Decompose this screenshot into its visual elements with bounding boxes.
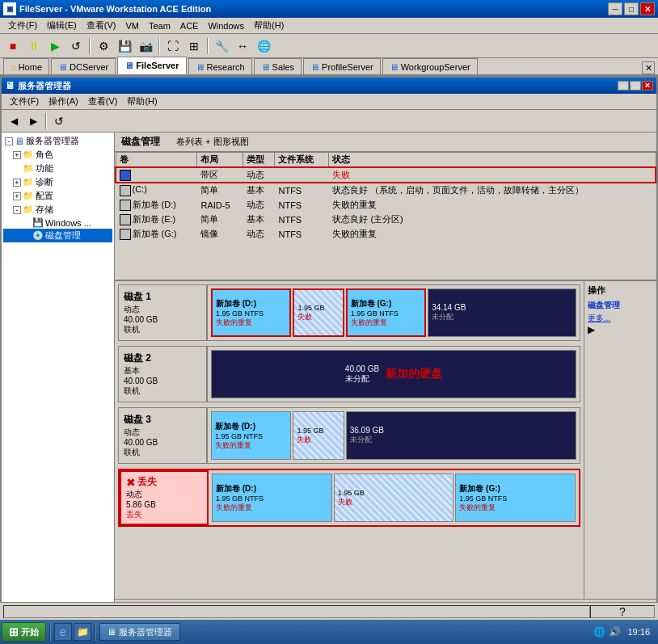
- menu-windows[interactable]: Windows: [203, 19, 249, 32]
- disk3-part-stripe[interactable]: 1.95 GB 失败: [293, 411, 344, 460]
- taskbar-servermanager[interactable]: 🖥 服务器管理器: [99, 623, 180, 641]
- start-button[interactable]: ⊞ 开始: [2, 622, 46, 642]
- vol-row-0[interactable]: 带区 动态 失败: [116, 167, 656, 183]
- vol-row-4[interactable]: 新加卷 (G:) 镜像 动态 NTFS 失败的重复: [116, 227, 656, 242]
- col-fs: 文件系统: [275, 153, 329, 168]
- expand-roles[interactable]: +: [13, 151, 21, 159]
- vol-row-3[interactable]: 新加卷 (E:) 简单 基本 NTFS 状态良好 (主分区): [116, 213, 656, 227]
- expand-diagnostics[interactable]: +: [13, 179, 21, 187]
- disk-1-partitions: 新加卷 (D:) 1.95 GB NTFS 失败的重复 1.95 GB 失败: [208, 285, 580, 340]
- vol-row-1[interactable]: (C:) 简单 基本 NTFS 状态良好 （系统，启动，页面文件，活动，故障转储…: [116, 183, 656, 198]
- sm-minimize[interactable]: ─: [618, 81, 629, 90]
- taskbar-clock: 19:16: [624, 627, 653, 637]
- missing-part-d[interactable]: 新加卷 (D:) 1.95 GB NTFS 失败的重复: [212, 474, 332, 522]
- col-status: 状态: [329, 153, 656, 168]
- tree-features-label: 功能: [36, 162, 53, 175]
- missing-part-g[interactable]: 新加卷 (G:) 1.95 GB NTFS 失败的重复: [455, 474, 576, 522]
- close-button[interactable]: ✕: [640, 2, 655, 15]
- sm-close[interactable]: ✕: [642, 81, 653, 90]
- tab-research[interactable]: 🖥 Research: [188, 58, 252, 74]
- disk3-part-d-status: 失败的重复: [215, 440, 287, 451]
- tree-servermanager[interactable]: - 🖥 服务器管理器: [3, 134, 112, 148]
- disk1-part-g-fs: 1.95 GB NTFS: [351, 309, 421, 318]
- stop-button[interactable]: ■: [3, 36, 23, 56]
- sm-menu-action[interactable]: 操作(A): [44, 94, 83, 109]
- tab-fileserver[interactable]: 🖥 FileServer: [117, 57, 186, 74]
- expand-servermanager[interactable]: -: [5, 137, 13, 145]
- tree-storage-label: 存储: [36, 204, 53, 216]
- tab-workgroupserver[interactable]: 🖥 WorkgroupServer: [382, 58, 478, 74]
- sm-menu-file[interactable]: 文件(F): [5, 94, 44, 109]
- volume-list: 卷 布局 类型 文件系统 状态 带区 动态 失败: [115, 152, 656, 281]
- disk1-part-unalloc[interactable]: 34.14 GB 未分配: [428, 288, 576, 337]
- tree-windows-storage[interactable]: 💾 Windows ...: [3, 217, 112, 229]
- minimize-button[interactable]: ─: [608, 2, 622, 15]
- disk2-part-unalloc[interactable]: 40.00 GB未分配 新加的硬盘: [211, 350, 576, 398]
- disk-2-title: 磁盘 2: [124, 351, 201, 365]
- tabs-close-button[interactable]: ✕: [642, 61, 655, 74]
- tree-disk-mgmt[interactable]: 💿 磁盘管理: [3, 229, 112, 242]
- menu-edit[interactable]: 编辑(E): [42, 18, 82, 33]
- tree-features[interactable]: 📁 功能: [3, 162, 112, 175]
- suspend-button[interactable]: 💾: [115, 36, 134, 56]
- play-button[interactable]: ▶: [45, 36, 65, 56]
- missing-part-d-status: 失败的重复: [216, 503, 328, 513]
- reset-button[interactable]: ↺: [66, 36, 86, 56]
- tab-dcserver[interactable]: 🖥 DCServer: [51, 58, 116, 74]
- vol-name-3: 新加卷 (E:): [133, 214, 176, 224]
- sm-refresh-button[interactable]: ↺: [50, 112, 68, 130]
- taskbar-task-label: 服务器管理器: [119, 626, 172, 638]
- tab-fileserver-label: FileServer: [136, 61, 179, 70]
- unity-button[interactable]: ⊞: [184, 36, 204, 56]
- tree-roles[interactable]: + 📁 角色: [3, 148, 112, 162]
- tab-sales[interactable]: 🖥 Sales: [254, 58, 302, 74]
- disk1-part-g[interactable]: 新加卷 (G:) 1.95 GB NTFS 失败的重复: [346, 288, 426, 337]
- menu-file[interactable]: 文件(F): [3, 18, 42, 33]
- snapshot-button[interactable]: 📷: [136, 36, 155, 56]
- menu-ace[interactable]: ACE: [175, 19, 204, 32]
- tab-dcserver-label: DCServer: [70, 62, 108, 72]
- ops-more-link[interactable]: 更多...: [588, 313, 653, 324]
- ops-subtitle: 磁盘管理: [588, 300, 653, 311]
- expand-storage[interactable]: -: [13, 206, 21, 214]
- disk-graphical-area[interactable]: 磁盘 1 动态 40.00 GB 联机 新加卷 (D:) 1.95 GB NTF…: [115, 281, 584, 599]
- disk1-part-d[interactable]: 新加卷 (D:) 1.95 GB NTFS 失败的重复: [211, 288, 291, 337]
- server-manager-window: 🖥 服务器管理器 ─ □ ✕ 文件(F) 操作(A) 查看(V) 帮助(H) ◀…: [0, 76, 658, 620]
- sm-menu-help[interactable]: 帮助(H): [122, 94, 162, 109]
- menu-team[interactable]: Team: [144, 19, 175, 32]
- sm-restore[interactable]: □: [630, 81, 641, 90]
- network-button[interactable]: 🌐: [254, 36, 273, 56]
- menu-vm[interactable]: VM: [120, 19, 144, 32]
- main-toolbar: ■ ⏸ ▶ ↺ ⚙ 💾 📷 ⛶ ⊞ 🔧 ↔ 🌐: [0, 34, 658, 58]
- pause-button[interactable]: ⏸: [24, 36, 44, 56]
- vol-row-2[interactable]: 新加卷 (D:) RAID-5 动态 NTFS 失败的重复: [116, 198, 656, 213]
- expand-config[interactable]: +: [13, 192, 21, 200]
- disk-3-row: 磁盘 3 动态 40.00 GB 联机 新加卷 (D:) 1.95 GB NTF…: [118, 407, 580, 464]
- disk3-part-d[interactable]: 新加卷 (D:) 1.95 GB NTFS 失败的重复: [211, 411, 291, 460]
- vol-status-0: 失败: [329, 167, 656, 183]
- sm-forward-button[interactable]: ▶: [24, 112, 42, 130]
- sm-menu-view[interactable]: 查看(V): [83, 94, 123, 109]
- disk1-part-g-status: 失败的重复: [351, 318, 421, 328]
- tree-diagnostics[interactable]: + 📁 诊断: [3, 175, 112, 189]
- taskbar-explorer-icon[interactable]: 📁: [74, 623, 91, 641]
- tree-roles-label: 角色: [36, 149, 53, 161]
- disk1-part-stripe[interactable]: 1.95 GB 失败: [293, 288, 344, 337]
- disk-3-label: 磁盘 3 动态 40.00 GB 联机: [119, 408, 208, 463]
- missing-part-stripe[interactable]: 1.95 GB 失败: [334, 474, 454, 522]
- missing-part-stripe-size: 1.95 GB: [338, 489, 450, 497]
- tab-home[interactable]: ⌂ Home: [3, 58, 49, 74]
- menu-help[interactable]: 帮助(H): [249, 18, 289, 33]
- disk3-part-unalloc[interactable]: 36.09 GB 未分配: [346, 411, 576, 460]
- sm-back-button[interactable]: ◀: [5, 112, 23, 130]
- settings-button[interactable]: ⚙: [94, 36, 113, 56]
- taskbar-ie-icon[interactable]: e: [54, 623, 72, 641]
- tree-config[interactable]: + 📁 配置: [3, 189, 112, 203]
- restore-button[interactable]: □: [624, 2, 639, 15]
- tab-profileserver[interactable]: 🖥 ProfileServer: [303, 58, 381, 74]
- menu-view[interactable]: 查看(V): [82, 18, 121, 33]
- fullscreen-button[interactable]: ⛶: [163, 36, 183, 56]
- vmware-tools-button[interactable]: 🔧: [212, 36, 231, 56]
- share-button[interactable]: ↔: [233, 36, 252, 56]
- tree-storage[interactable]: - 📁 存储: [3, 203, 112, 217]
